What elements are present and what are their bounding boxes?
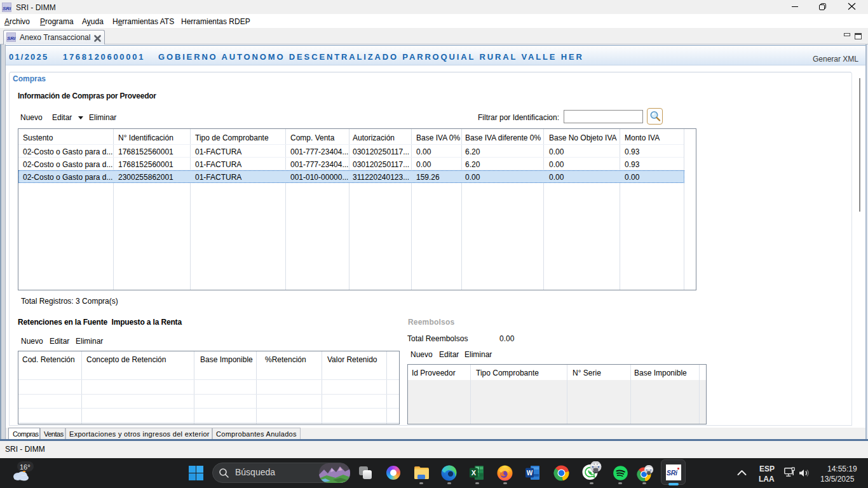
svg-text:W: W xyxy=(527,470,533,477)
svg-text:X: X xyxy=(471,469,477,477)
